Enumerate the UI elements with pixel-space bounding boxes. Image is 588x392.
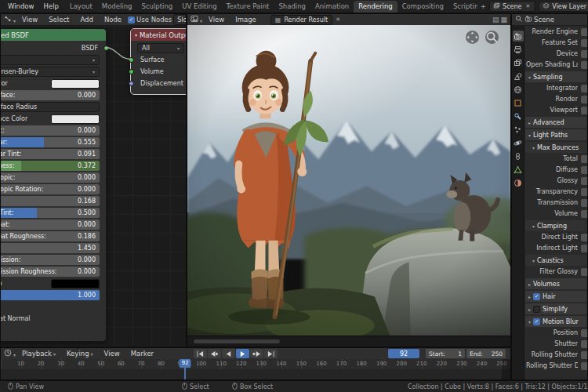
color-swatch[interactable] [51, 79, 100, 89]
node-input-subsurface-radius[interactable]: Subsurface Radius [1, 102, 100, 112]
node-input-sheen-tint[interactable]: Sheen Tint:0.500 [1, 208, 100, 218]
section-checkbox[interactable] [533, 306, 540, 313]
node-input-christensen-burley[interactable]: Christensen-Burley [1, 67, 100, 77]
properties-tab-render[interactable] [513, 31, 524, 42]
prop-section-advanced[interactable]: ▸Advanced [525, 117, 586, 128]
section-checkbox[interactable] [533, 318, 540, 325]
prop-value-field[interactable] [581, 50, 587, 58]
prop-section-volumes[interactable]: ▸Volumes [525, 278, 586, 289]
image-unlink-icon[interactable]: ✕ [334, 16, 342, 23]
image-menu-image[interactable]: Image [230, 16, 261, 24]
color-swatch[interactable] [51, 114, 100, 124]
playback-prev-keyframe-button[interactable] [208, 349, 221, 358]
color-swatch[interactable] [51, 279, 100, 289]
principled-bsdf-node[interactable]: Principled BSDF BSDF GGXChristensen-Burl… [1, 28, 107, 342]
node-input-subsurface[interactable]: Subsurface:0.000 [1, 90, 100, 100]
prop-value-field[interactable] [581, 234, 587, 241]
workspace-tab-shading[interactable]: Shading [274, 1, 310, 13]
caret-right-icon[interactable]: ▸ [528, 281, 531, 287]
properties-tab-object-data[interactable] [513, 164, 524, 175]
prop-value-field[interactable] [581, 268, 587, 276]
image-horizontal-scrollbar[interactable] [187, 336, 510, 347]
prop-section-caustics[interactable]: ▾Caustics [525, 255, 586, 266]
search-icon[interactable] [515, 15, 523, 24]
node-menu-view[interactable]: View [17, 16, 42, 24]
prop-value-field[interactable] [581, 166, 587, 174]
volume-input-socket[interactable] [129, 69, 134, 74]
node-input-transmission-roughness[interactable]: Transmission Roughness:0.000 [1, 267, 100, 277]
prop-value-field[interactable] [581, 199, 587, 207]
caret-down-icon[interactable]: ▾ [532, 223, 535, 229]
caret-right-icon[interactable]: ▸ [528, 307, 531, 312]
properties-tab-object[interactable] [513, 97, 524, 108]
prop-value-field[interactable] [581, 177, 587, 185]
zoom-gizmo-button[interactable] [485, 31, 499, 44]
properties-tab-modifiers[interactable] [513, 111, 524, 122]
node-menu-add[interactable]: Add [75, 16, 97, 24]
node-editor-canvas[interactable]: Principled BSDF BSDF GGXChristensen-Burl… [1, 25, 186, 347]
node-input-emission[interactable]: Emission [1, 278, 100, 289]
node-input-alpha[interactable]: Alpha:1.000 [1, 290, 100, 300]
prop-value-field[interactable] [581, 329, 587, 337]
prop-value-field[interactable] [581, 155, 587, 163]
properties-tab-constraints[interactable] [513, 151, 524, 162]
workspace-tab-sculpting[interactable]: Sculpting [136, 1, 177, 13]
editor-type-image-icon[interactable] [191, 15, 202, 24]
section-checkbox[interactable] [533, 293, 540, 300]
playback-play-reverse-button[interactable] [222, 349, 235, 358]
node-input-ggx[interactable]: GGX [1, 55, 100, 65]
properties-tab-physics[interactable] [513, 137, 524, 148]
properties-tab-material[interactable] [513, 177, 524, 188]
timeline-menu-keying[interactable]: Keying [62, 350, 98, 358]
playback-play-button[interactable] [236, 349, 249, 358]
scene-selector[interactable]: Scene ✕ [489, 1, 535, 12]
caret-down-icon[interactable]: ▾ [532, 258, 535, 263]
caret-down-icon[interactable]: ▾ [528, 319, 531, 325]
workspace-tab-texture-paint[interactable]: Texture Paint [222, 1, 274, 13]
node-input-specular[interactable]: Specular:0.555 [1, 137, 100, 147]
properties-tab-particles[interactable] [513, 124, 524, 135]
node-menu-select[interactable]: Select [44, 16, 74, 24]
node-input-metallic[interactable]: Metallic:0.000 [1, 125, 100, 136]
material-output-node[interactable]: Material Output All Surface Volume Displ… [130, 28, 186, 95]
workspace-tab-animation[interactable]: Animation [310, 1, 354, 13]
workspace-tab-compositing[interactable]: Compositing [397, 1, 448, 13]
use-nodes-checkbox[interactable] [128, 16, 135, 24]
timeline-menu-view[interactable]: View [100, 350, 125, 358]
add-workspace-button[interactable]: + [477, 2, 490, 10]
playhead-frame-badge[interactable]: 92 [180, 359, 191, 368]
node-input-clearcoat[interactable]: Clearcoat:0.000 [1, 220, 100, 230]
scrollbar-thumb[interactable] [194, 339, 280, 343]
node-input-sheen[interactable]: Sheen:0.168 [1, 196, 100, 206]
properties-tab-world[interactable] [513, 84, 524, 95]
prop-value-field[interactable] [581, 351, 587, 359]
editor-type-timeline-icon[interactable] [4, 349, 16, 358]
frame-start-field[interactable]: Start: 1 [426, 349, 465, 358]
timeline-menu-marker[interactable]: Marker [126, 350, 158, 358]
prop-value-field[interactable] [581, 28, 587, 36]
prop-section-simplify[interactable]: ▸Simplify [525, 303, 586, 314]
workspace-tab-uv-editing[interactable]: UV Editing [177, 1, 221, 13]
node-input-ior[interactable]: IOR:1.450 [1, 243, 100, 253]
prop-section-clamping[interactable]: ▾Clamping [525, 220, 586, 231]
node-input-roughness[interactable]: Roughness:0.372 [1, 161, 100, 171]
image-options-icon[interactable]: ▦ [500, 16, 507, 24]
workspace-tab-scripting[interactable]: Scripting [448, 1, 477, 13]
prop-value-field[interactable] [581, 340, 587, 348]
display-channels-icon[interactable]: ▤ [492, 16, 499, 24]
material-output-header[interactable]: Material Output [131, 29, 186, 41]
caret-down-icon[interactable]: ▾ [532, 145, 535, 151]
prop-section-light-paths[interactable]: ▾Light Paths [525, 129, 586, 140]
image-datablock-selector[interactable]: ▦ Render Result [270, 15, 332, 25]
principled-node-header[interactable]: Principled BSDF [1, 29, 106, 41]
workspace-tab-rendering[interactable]: Rendering [354, 1, 397, 13]
node-input-specular-tint[interactable]: Specular Tint:0.091 [1, 149, 100, 159]
prop-section-max-bounces[interactable]: ▾Max Bounces [525, 142, 586, 153]
node-menu-node[interactable]: Node [100, 16, 126, 24]
caret-right-icon[interactable]: ▸ [528, 294, 531, 299]
image-view[interactable] [187, 25, 510, 336]
prop-value-field[interactable] [581, 188, 587, 196]
workspace-tab-layout[interactable]: Layout [65, 1, 97, 13]
current-frame-field[interactable]: 92 [388, 349, 419, 358]
prop-section-sampling[interactable]: ▾Sampling [525, 71, 586, 82]
